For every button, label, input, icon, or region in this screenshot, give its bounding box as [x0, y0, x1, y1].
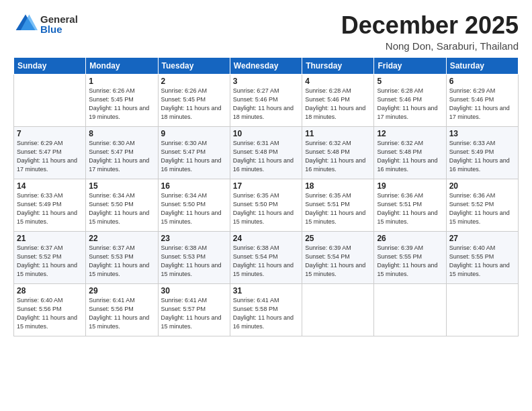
- calendar-week-row: 21Sunrise: 6:37 AM Sunset: 5:52 PM Dayli…: [14, 231, 519, 283]
- calendar-cell: 4Sunrise: 6:28 AM Sunset: 5:46 PM Daylig…: [302, 74, 374, 126]
- day-info: Sunrise: 6:30 AM Sunset: 5:47 PM Dayligh…: [161, 139, 227, 174]
- calendar-cell: 20Sunrise: 6:36 AM Sunset: 5:52 PM Dayli…: [446, 179, 518, 231]
- day-info: Sunrise: 6:41 AM Sunset: 5:57 PM Dayligh…: [161, 296, 227, 331]
- calendar-cell: 21Sunrise: 6:37 AM Sunset: 5:52 PM Dayli…: [14, 231, 86, 283]
- day-info: Sunrise: 6:39 AM Sunset: 5:54 PM Dayligh…: [305, 244, 371, 279]
- calendar-cell: 28Sunrise: 6:40 AM Sunset: 5:56 PM Dayli…: [14, 283, 86, 336]
- calendar-header-wednesday: Wednesday: [230, 57, 302, 74]
- calendar-cell: 5Sunrise: 6:28 AM Sunset: 5:46 PM Daylig…: [374, 74, 446, 126]
- calendar-cell: [14, 74, 86, 126]
- day-info: Sunrise: 6:32 AM Sunset: 5:48 PM Dayligh…: [305, 139, 371, 174]
- day-info: Sunrise: 6:38 AM Sunset: 5:54 PM Dayligh…: [233, 244, 299, 279]
- day-info: Sunrise: 6:33 AM Sunset: 5:49 PM Dayligh…: [449, 139, 515, 174]
- day-number: 4: [305, 77, 371, 86]
- calendar-week-row: 28Sunrise: 6:40 AM Sunset: 5:56 PM Dayli…: [14, 283, 519, 336]
- logo-icon: [13, 12, 38, 36]
- calendar-cell: 11Sunrise: 6:32 AM Sunset: 5:48 PM Dayli…: [302, 126, 374, 179]
- day-number: 19: [377, 181, 443, 191]
- calendar-cell: 2Sunrise: 6:26 AM Sunset: 5:45 PM Daylig…: [158, 74, 230, 126]
- logo: General Blue: [13, 12, 78, 36]
- calendar-cell: 18Sunrise: 6:35 AM Sunset: 5:51 PM Dayli…: [302, 179, 374, 231]
- day-number: 1: [89, 77, 154, 86]
- calendar-cell: 12Sunrise: 6:32 AM Sunset: 5:48 PM Dayli…: [374, 126, 446, 179]
- calendar-cell: [374, 283, 446, 336]
- day-number: 3: [233, 77, 299, 86]
- day-number: 30: [161, 286, 227, 295]
- day-info: Sunrise: 6:29 AM Sunset: 5:47 PM Dayligh…: [17, 139, 83, 174]
- day-info: Sunrise: 6:32 AM Sunset: 5:48 PM Dayligh…: [377, 139, 443, 174]
- day-info: Sunrise: 6:40 AM Sunset: 5:56 PM Dayligh…: [17, 296, 83, 331]
- calendar-header-saturday: Saturday: [446, 57, 518, 74]
- day-info: Sunrise: 6:28 AM Sunset: 5:46 PM Dayligh…: [377, 87, 443, 122]
- day-info: Sunrise: 6:29 AM Sunset: 5:46 PM Dayligh…: [449, 87, 515, 122]
- day-number: 16: [161, 181, 227, 191]
- calendar-cell: 10Sunrise: 6:31 AM Sunset: 5:48 PM Dayli…: [230, 126, 302, 179]
- day-info: Sunrise: 6:36 AM Sunset: 5:51 PM Dayligh…: [377, 191, 443, 226]
- day-info: Sunrise: 6:41 AM Sunset: 5:56 PM Dayligh…: [89, 296, 154, 331]
- calendar-week-row: 14Sunrise: 6:33 AM Sunset: 5:49 PM Dayli…: [14, 179, 519, 231]
- calendar-cell: 24Sunrise: 6:38 AM Sunset: 5:54 PM Dayli…: [230, 231, 302, 283]
- day-number: 29: [89, 286, 154, 295]
- day-number: 6: [449, 77, 515, 86]
- day-number: 24: [233, 234, 299, 243]
- calendar-cell: 3Sunrise: 6:27 AM Sunset: 5:46 PM Daylig…: [230, 74, 302, 126]
- title-block: December 2025 Nong Don, Saraburi, Thaila…: [341, 12, 519, 52]
- day-info: Sunrise: 6:26 AM Sunset: 5:45 PM Dayligh…: [89, 87, 154, 122]
- day-info: Sunrise: 6:31 AM Sunset: 5:48 PM Dayligh…: [233, 139, 299, 174]
- calendar-header-thursday: Thursday: [302, 57, 374, 74]
- day-number: 17: [233, 181, 299, 191]
- day-number: 26: [377, 234, 443, 243]
- day-number: 8: [89, 129, 154, 138]
- day-number: 14: [17, 181, 83, 191]
- calendar-cell: 16Sunrise: 6:34 AM Sunset: 5:50 PM Dayli…: [158, 179, 230, 231]
- day-info: Sunrise: 6:37 AM Sunset: 5:53 PM Dayligh…: [89, 244, 154, 279]
- calendar-cell: 23Sunrise: 6:38 AM Sunset: 5:53 PM Dayli…: [158, 231, 230, 283]
- day-number: 27: [449, 234, 515, 243]
- calendar-cell: 29Sunrise: 6:41 AM Sunset: 5:56 PM Dayli…: [86, 283, 158, 336]
- calendar-cell: 15Sunrise: 6:34 AM Sunset: 5:50 PM Dayli…: [86, 179, 158, 231]
- header: General Blue December 2025 Nong Don, Sar…: [13, 12, 519, 52]
- calendar: SundayMondayTuesdayWednesdayThursdayFrid…: [13, 57, 519, 336]
- day-info: Sunrise: 6:40 AM Sunset: 5:55 PM Dayligh…: [449, 244, 515, 279]
- day-number: 28: [17, 286, 83, 295]
- calendar-cell: 13Sunrise: 6:33 AM Sunset: 5:49 PM Dayli…: [446, 126, 518, 179]
- day-number: 21: [17, 234, 83, 243]
- calendar-week-row: 7Sunrise: 6:29 AM Sunset: 5:47 PM Daylig…: [14, 126, 519, 179]
- logo-general-text: General: [40, 14, 78, 24]
- day-number: 20: [449, 181, 515, 191]
- day-info: Sunrise: 6:38 AM Sunset: 5:53 PM Dayligh…: [161, 244, 227, 279]
- calendar-cell: 7Sunrise: 6:29 AM Sunset: 5:47 PM Daylig…: [14, 126, 86, 179]
- calendar-cell: [302, 283, 374, 336]
- calendar-cell: 26Sunrise: 6:39 AM Sunset: 5:55 PM Dayli…: [374, 231, 446, 283]
- calendar-week-row: 1Sunrise: 6:26 AM Sunset: 5:45 PM Daylig…: [14, 74, 519, 126]
- logo-blue-text: Blue: [40, 24, 78, 34]
- calendar-header-friday: Friday: [374, 57, 446, 74]
- day-number: 7: [17, 129, 83, 138]
- calendar-cell: 27Sunrise: 6:40 AM Sunset: 5:55 PM Dayli…: [446, 231, 518, 283]
- day-info: Sunrise: 6:26 AM Sunset: 5:45 PM Dayligh…: [161, 87, 227, 122]
- day-number: 9: [161, 129, 227, 138]
- day-info: Sunrise: 6:34 AM Sunset: 5:50 PM Dayligh…: [89, 191, 154, 226]
- day-number: 13: [449, 129, 515, 138]
- calendar-header-sunday: Sunday: [14, 57, 86, 74]
- calendar-cell: [446, 283, 518, 336]
- calendar-header-tuesday: Tuesday: [158, 57, 230, 74]
- calendar-cell: 31Sunrise: 6:41 AM Sunset: 5:58 PM Dayli…: [230, 283, 302, 336]
- calendar-cell: 19Sunrise: 6:36 AM Sunset: 5:51 PM Dayli…: [374, 179, 446, 231]
- day-info: Sunrise: 6:35 AM Sunset: 5:50 PM Dayligh…: [233, 191, 299, 226]
- day-number: 5: [377, 77, 443, 86]
- day-info: Sunrise: 6:36 AM Sunset: 5:52 PM Dayligh…: [449, 191, 515, 226]
- day-number: 23: [161, 234, 227, 243]
- calendar-header-monday: Monday: [86, 57, 158, 74]
- day-info: Sunrise: 6:33 AM Sunset: 5:49 PM Dayligh…: [17, 191, 83, 226]
- calendar-cell: 6Sunrise: 6:29 AM Sunset: 5:46 PM Daylig…: [446, 74, 518, 126]
- location: Nong Don, Saraburi, Thailand: [341, 40, 519, 52]
- day-info: Sunrise: 6:35 AM Sunset: 5:51 PM Dayligh…: [305, 191, 371, 226]
- day-number: 31: [233, 286, 299, 295]
- day-number: 11: [305, 129, 371, 138]
- day-number: 10: [233, 129, 299, 138]
- calendar-cell: 8Sunrise: 6:30 AM Sunset: 5:47 PM Daylig…: [86, 126, 158, 179]
- calendar-cell: 1Sunrise: 6:26 AM Sunset: 5:45 PM Daylig…: [86, 74, 158, 126]
- day-info: Sunrise: 6:39 AM Sunset: 5:55 PM Dayligh…: [377, 244, 443, 279]
- day-info: Sunrise: 6:34 AM Sunset: 5:50 PM Dayligh…: [161, 191, 227, 226]
